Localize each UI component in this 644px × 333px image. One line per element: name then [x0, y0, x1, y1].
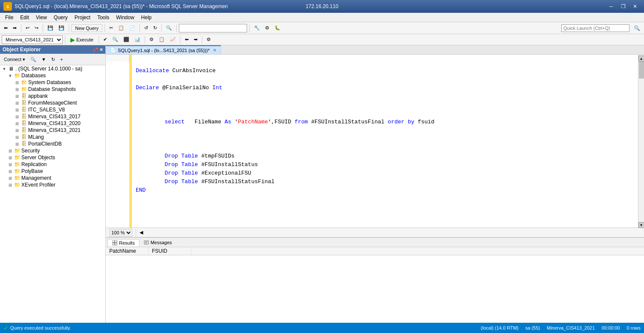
query-tab[interactable]: 📄 SQLQuery1.sql - (lo...S413_2021 (sa (5… [106, 45, 221, 54]
menu-query[interactable]: Query [50, 14, 71, 21]
copy-button[interactable]: 📋 [116, 23, 126, 33]
tree-item-mlang[interactable]: ⊞ 🗄 MLang [0, 134, 105, 140]
poly-expander[interactable]: ⊞ [7, 169, 14, 174]
mlang-expander[interactable]: ⊞ [14, 135, 20, 140]
refresh-filter-button[interactable]: 🔍 [28, 55, 38, 64]
menu-tools[interactable]: Tools [94, 14, 113, 21]
appbank-label: appbank [27, 93, 48, 99]
results-tab-results[interactable]: Results [108, 239, 140, 246]
tree-item-snapshots[interactable]: ⊞ 📁 Database Snapshots [0, 86, 105, 93]
databases-expander[interactable]: ▼ [7, 73, 14, 78]
right-scrollbar[interactable]: ▲ ▼ [638, 55, 644, 228]
oe-refresh-button[interactable]: ↻ [49, 55, 57, 64]
rep-expander[interactable]: ⊞ [7, 162, 14, 167]
menu-window[interactable]: Window [113, 14, 138, 21]
server-expander[interactable]: ▼ [1, 67, 8, 71]
new-query-button[interactable]: New Query [71, 24, 102, 32]
forward-button[interactable]: ➡ [11, 23, 19, 33]
menu-view[interactable]: View [32, 14, 50, 21]
mgmt-expander[interactable]: ⊞ [7, 176, 14, 181]
tools2-button[interactable]: ⚙ [263, 23, 271, 33]
oe-pin-icon[interactable]: 📌 [93, 47, 98, 52]
tree-item-minerva2017[interactable]: ⊞ 🗄 Minerva_CIS413_2017 [0, 113, 105, 120]
include-cols-button[interactable]: ⚙ [147, 35, 156, 44]
menu-help[interactable]: Help [138, 14, 155, 21]
align-left-button[interactable]: ⬅ [183, 35, 191, 44]
sysdb-label: System Databases [27, 79, 71, 85]
appbank-expander[interactable]: ⊞ [14, 94, 20, 99]
m2020-expander[interactable]: ⊞ [14, 121, 20, 126]
m2021-expander[interactable]: ⊞ [14, 128, 20, 133]
tree-item-xevent[interactable]: ⊞ 📁 XEvent Profiler [0, 181, 105, 188]
paste-button[interactable]: 📄 [127, 23, 137, 33]
restore-button[interactable]: ❐ [618, 2, 629, 11]
execute-button[interactable]: ▶ Execute [67, 35, 96, 44]
filter-button[interactable]: 🔍 [164, 23, 174, 33]
undo-button[interactable]: ↩ [23, 23, 32, 33]
scroll-thumb[interactable] [639, 61, 644, 79]
tree-item-appbank[interactable]: ⊞ 🗄 appbank [0, 93, 105, 99]
tree-item-management[interactable]: ⊞ 📁 Management [0, 175, 105, 181]
databases-node[interactable]: ▼ 📁 Databases [0, 72, 105, 79]
scroll-up-button[interactable]: ▲ [638, 56, 644, 61]
quick-launch-input[interactable] [561, 24, 629, 32]
align-right-button[interactable]: ➡ [192, 35, 200, 44]
tree-item-minerva2021[interactable]: ⊞ 🗄 Minerva_CIS413_2021 [0, 127, 105, 134]
tree-item-portal[interactable]: ⊞ 🗄 PortalClientDB [0, 140, 105, 147]
menu-file[interactable]: File [2, 14, 17, 21]
tree-item-polybase[interactable]: ⊞ 📁 PolyBase [0, 168, 105, 175]
tree-item-minerva2020[interactable]: ⊞ 🗄 Minerva_CIS413_2020 [0, 120, 105, 127]
scroll-track[interactable] [638, 61, 644, 222]
sysdb-expander[interactable]: ⊞ [14, 80, 20, 85]
show-plan-button[interactable]: 📋 [157, 35, 167, 44]
redo2-button[interactable]: ↻ [151, 23, 159, 33]
zoom-select[interactable]: 100 % [109, 229, 132, 237]
tree-item-security[interactable]: ⊞ 📁 Security [0, 147, 105, 154]
tree-item-forum[interactable]: ⊞ 🗄 ForumMessageClient [0, 99, 105, 106]
connect-button[interactable]: Connect ▾ [2, 55, 27, 64]
scroll-down-button[interactable]: ▼ [638, 222, 644, 228]
check-syntax-button[interactable]: ✔ [101, 35, 109, 44]
server-node[interactable]: ▼ 🖥 . (SQL Server 14.0.1000 - sa) [0, 65, 105, 72]
menu-edit[interactable]: Edit [17, 14, 32, 21]
results-button[interactable]: 📊 [132, 35, 143, 44]
results-tab-messages[interactable]: Messages [140, 239, 176, 246]
itc-expander[interactable]: ⊞ [14, 108, 20, 112]
debug-button[interactable]: 🐛 [272, 23, 283, 33]
properties-button[interactable]: 🔧 [252, 23, 262, 33]
kw-drop4: Drop Table [165, 178, 198, 185]
search-input[interactable] [179, 24, 247, 32]
tree-item-system-db[interactable]: ⊞ 📁 System Databases [0, 79, 105, 86]
parse-button[interactable]: 🔍 [110, 35, 120, 44]
save-button[interactable]: 💾 [45, 23, 55, 33]
live-query-button[interactable]: 📈 [168, 35, 178, 44]
close-button[interactable]: ✕ [629, 2, 641, 11]
security-expander[interactable]: ⊞ [7, 149, 14, 153]
snap-expander[interactable]: ⊞ [14, 87, 20, 92]
tree-item-server-objects[interactable]: ⊞ 📁 Server Objects [0, 154, 105, 161]
oe-new-button[interactable]: + [58, 55, 65, 64]
forum-expander[interactable]: ⊞ [14, 101, 20, 105]
ql-search-icon[interactable]: 🔍 [631, 24, 642, 32]
portal-expander[interactable]: ⊞ [14, 142, 20, 146]
save-all-button[interactable]: 💾 [56, 23, 67, 33]
xevent-expander[interactable]: ⊞ [7, 183, 14, 187]
oe-close-icon[interactable]: ✕ [99, 47, 103, 52]
sql-editor[interactable]: Deallocate CurAbsInvoice Declare @FinalS… [106, 55, 638, 228]
oe-filter-button[interactable]: ▼ [39, 55, 48, 64]
tree-item-itc[interactable]: ⊞ 🗄 ITC_SALES_V8 [0, 106, 105, 113]
minimize-button[interactable]: ─ [606, 2, 617, 11]
undo2-button[interactable]: ↺ [142, 23, 150, 33]
indent-button[interactable]: ⬛ [121, 35, 131, 44]
tab-close-button[interactable]: ✕ [213, 48, 216, 53]
so-expander[interactable]: ⊞ [7, 155, 14, 160]
scroll-indicator[interactable]: ◀ [140, 230, 143, 235]
extra-btn[interactable]: ⚙ [204, 35, 213, 44]
database-dropdown[interactable]: Minerva_CIS413_2021 [2, 35, 63, 44]
cut-button[interactable]: ✂ [107, 23, 115, 33]
m2017-expander[interactable]: ⊞ [14, 114, 20, 119]
redo-button[interactable]: ↪ [32, 23, 41, 33]
menu-project[interactable]: Project [71, 14, 94, 21]
back-button[interactable]: ⬅ [2, 23, 10, 33]
tree-item-replication[interactable]: ⊞ 📁 Replication [0, 161, 105, 168]
